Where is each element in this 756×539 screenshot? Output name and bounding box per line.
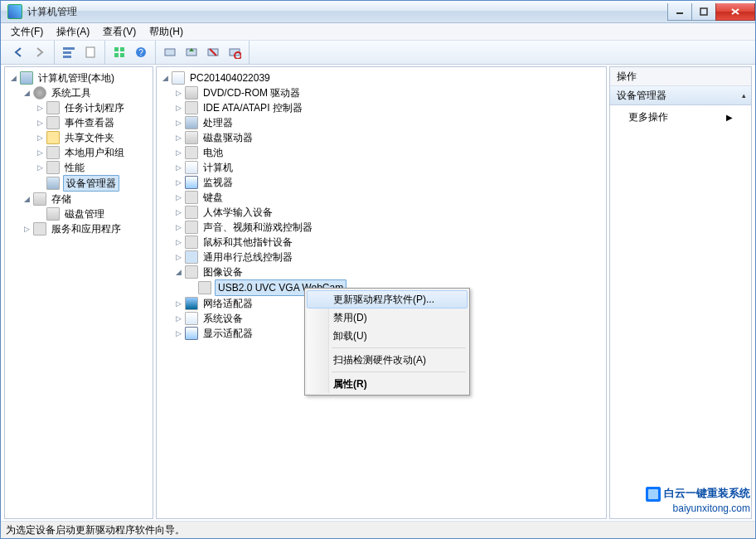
tree-local-users[interactable]: ▷本地用户和组: [5, 145, 153, 160]
dev-disk[interactable]: ▷磁盘驱动器: [157, 130, 606, 145]
expand-icon[interactable]: ▷: [173, 252, 183, 262]
dev-hid[interactable]: ▷人体学输入设备: [157, 205, 606, 220]
tools-icon: [33, 86, 46, 100]
device-root[interactable]: ◢PC201404022039: [157, 70, 606, 85]
cm-update-driver[interactable]: 更新驱动程序软件(P)...: [307, 290, 468, 308]
disable-button[interactable]: [225, 42, 245, 62]
expand-icon[interactable]: ▷: [173, 222, 183, 232]
expand-icon[interactable]: ◢: [22, 88, 32, 98]
svg-rect-6: [63, 56, 71, 58]
expand-icon[interactable]: ▷: [173, 163, 183, 172]
expand-icon[interactable]: ◢: [22, 194, 32, 204]
expand-icon[interactable]: ▷: [173, 207, 183, 217]
dev-dvd[interactable]: ▷DVD/CD-ROM 驱动器: [157, 85, 606, 100]
dev-mouse[interactable]: ▷鼠标和其他指针设备: [157, 235, 606, 250]
minimize-button[interactable]: [667, 3, 692, 21]
tree-task-scheduler[interactable]: ▷任务计划程序: [5, 100, 153, 115]
menu-action[interactable]: 操作(A): [50, 23, 96, 40]
expand-icon[interactable]: ▷: [35, 163, 45, 172]
cm-properties[interactable]: 属性(R): [307, 375, 468, 393]
cm-disable[interactable]: 禁用(D): [307, 308, 468, 327]
nav-forward-button[interactable]: [30, 42, 50, 62]
tree-disk-management[interactable]: 磁盘管理: [5, 206, 153, 221]
expand-icon[interactable]: ▷: [35, 103, 45, 113]
uninstall-button[interactable]: [203, 42, 223, 62]
expand-icon[interactable]: ▷: [35, 148, 45, 158]
window: 计算机管理 文件(F) 操作(A) 查看(V) 帮助(H): [0, 0, 756, 539]
dev-imaging[interactable]: ◢图像设备: [157, 265, 606, 279]
cm-label: 禁用(D): [333, 312, 367, 323]
tree-shared-folders[interactable]: ▷共享文件夹: [5, 130, 153, 145]
cpu-icon: [185, 116, 198, 129]
tree-root[interactable]: ◢计算机管理(本地): [5, 70, 153, 85]
node-label: 声音、视频和游戏控制器: [201, 220, 314, 235]
expand-icon[interactable]: ▷: [22, 224, 32, 234]
dev-sound[interactable]: ▷声音、视频和游戏控制器: [157, 220, 606, 235]
properties-button[interactable]: [80, 42, 100, 62]
expand-icon[interactable]: ◢: [160, 73, 170, 83]
chevron-right-icon: ▶: [726, 113, 733, 122]
dev-cpu[interactable]: ▷处理器: [157, 115, 606, 130]
dev-usb[interactable]: ▷通用串行总线控制器: [157, 250, 606, 265]
network-icon: [185, 297, 198, 310]
close-button[interactable]: [715, 3, 755, 21]
expand-icon[interactable]: ◢: [173, 267, 183, 277]
expand-icon[interactable]: ▷: [173, 237, 183, 247]
menu-view[interactable]: 查看(V): [96, 23, 143, 40]
console-tree-pane[interactable]: ◢计算机管理(本地) ◢系统工具 ▷任务计划程序 ▷事件查看器 ▷共享文件夹 ▷…: [4, 66, 153, 519]
dev-ide[interactable]: ▷IDE ATA/ATAPI 控制器: [157, 100, 606, 115]
collapse-icon[interactable]: ▴: [742, 91, 746, 100]
expand-icon[interactable]: ▷: [173, 148, 183, 158]
expand-icon[interactable]: ▷: [173, 88, 183, 98]
dev-computer[interactable]: ▷计算机: [157, 160, 606, 175]
tree-performance[interactable]: ▷性能: [5, 160, 153, 175]
expand-icon[interactable]: ◢: [8, 73, 18, 83]
cm-label: 更新驱动程序软件(P)...: [333, 294, 434, 305]
cm-scan[interactable]: 扫描检测硬件改动(A): [307, 351, 468, 369]
tree-services-apps[interactable]: ▷服务和应用程序: [5, 221, 153, 236]
actions-section[interactable]: 设备管理器 ▴: [610, 86, 751, 105]
help-button[interactable]: ?: [131, 42, 151, 62]
node-label: PC201404022039: [188, 70, 272, 85]
expand-icon[interactable]: ▷: [173, 192, 183, 202]
scan-hardware-button[interactable]: [160, 42, 180, 62]
expand-icon[interactable]: ▷: [173, 313, 183, 323]
dev-battery[interactable]: ▷电池: [157, 145, 606, 160]
cm-uninstall[interactable]: 卸载(U): [307, 327, 468, 345]
ide-icon: [185, 101, 198, 114]
node-label: IDE ATA/ATAPI 控制器: [201, 100, 304, 115]
menu-help[interactable]: 帮助(H): [143, 23, 190, 40]
expand-icon[interactable]: ▷: [173, 103, 183, 113]
tree-storage[interactable]: ◢存储: [5, 192, 153, 206]
menu-file[interactable]: 文件(F): [4, 23, 50, 40]
users-icon: [46, 146, 60, 159]
show-hide-tree-button[interactable]: [59, 42, 79, 62]
system-icon: [185, 312, 198, 325]
svg-rect-9: [120, 47, 124, 51]
arrow-right-icon: [33, 46, 46, 59]
tree-label: 设备管理器: [63, 175, 119, 192]
action-label: 更多操作: [628, 110, 668, 124]
action-more[interactable]: 更多操作 ▶: [610, 105, 751, 129]
expand-icon[interactable]: ▷: [173, 299, 183, 308]
expand-icon[interactable]: ▷: [35, 118, 45, 128]
expand-icon[interactable]: ▷: [173, 133, 183, 143]
expand-icon[interactable]: ▷: [173, 177, 183, 187]
node-label: DVD/CD-ROM 驱动器: [201, 85, 302, 100]
spacer: [187, 283, 196, 293]
maximize-button[interactable]: [691, 3, 716, 21]
nav-back-button[interactable]: [8, 42, 28, 62]
tree-system-tools[interactable]: ◢系统工具: [5, 85, 153, 100]
view-button[interactable]: [109, 42, 129, 62]
expand-icon[interactable]: ▷: [173, 328, 183, 338]
svg-rect-14: [165, 49, 175, 56]
expand-icon[interactable]: ▷: [173, 118, 183, 128]
update-driver-button[interactable]: [182, 42, 201, 62]
webcam-icon: [198, 281, 211, 294]
expand-icon[interactable]: ▷: [35, 133, 45, 143]
dev-monitor[interactable]: ▷监视器: [157, 175, 606, 190]
tree-device-manager[interactable]: 设备管理器: [5, 175, 153, 192]
dev-keyboard[interactable]: ▷键盘: [157, 190, 606, 205]
node-label: 人体学输入设备: [201, 205, 274, 220]
tree-event-viewer[interactable]: ▷事件查看器: [5, 115, 153, 130]
